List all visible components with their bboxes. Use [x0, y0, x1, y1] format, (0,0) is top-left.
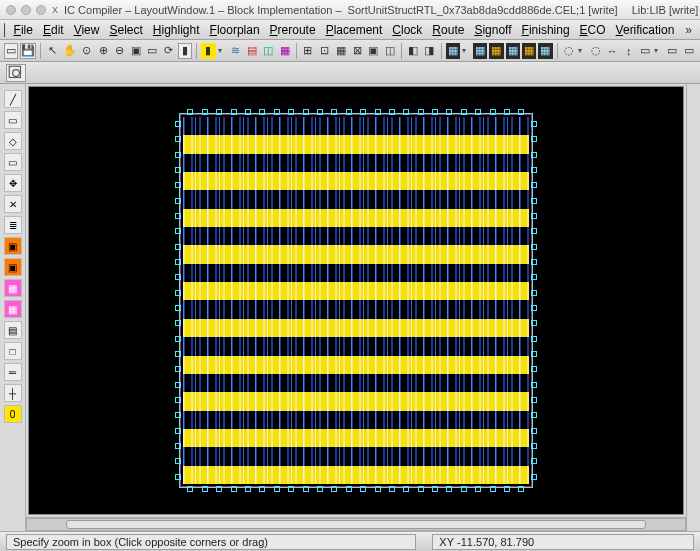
io-pin[interactable]: [531, 274, 537, 280]
io-pin[interactable]: [317, 109, 323, 115]
tool-ruler[interactable]: ╱: [4, 90, 22, 108]
snap-2[interactable]: ⊡: [317, 43, 331, 59]
io-pin[interactable]: [245, 109, 251, 115]
io-pin[interactable]: [303, 486, 309, 492]
cursor-tool[interactable]: ↖: [45, 43, 59, 59]
io-pin[interactable]: [175, 443, 181, 449]
tool-region1[interactable]: ▦: [4, 279, 22, 297]
subst[interactable]: ▤: [245, 43, 259, 59]
io-pin[interactable]: [175, 290, 181, 296]
io-pin[interactable]: [531, 443, 537, 449]
align-l[interactable]: ◧: [406, 43, 420, 59]
tool-rect[interactable]: ▭: [4, 111, 22, 129]
zoom-icon[interactable]: [36, 5, 46, 15]
io-pin[interactable]: [231, 109, 237, 115]
io-pin[interactable]: [360, 486, 366, 492]
io-pin[interactable]: [375, 109, 381, 115]
io-pin[interactable]: [245, 486, 251, 492]
menu-finishing[interactable]: Finishing: [517, 22, 575, 38]
zoom-in-tool[interactable]: ⊕: [96, 43, 110, 59]
net-route[interactable]: ≋: [228, 43, 242, 59]
io-pin[interactable]: [531, 412, 537, 418]
measure-tool[interactable]: ⊙: [80, 43, 94, 59]
io-pin[interactable]: [461, 109, 467, 115]
io-pin[interactable]: [531, 167, 537, 173]
tool-move[interactable]: ✥: [4, 174, 22, 192]
tool-track[interactable]: ═: [4, 363, 22, 381]
io-pin[interactable]: [518, 109, 524, 115]
io-pin[interactable]: [531, 382, 537, 388]
io-pin[interactable]: [231, 486, 237, 492]
grid-color[interactable]: ▦: [278, 43, 292, 59]
open-button[interactable]: ▭: [4, 43, 18, 59]
dropdown-icon[interactable]: ▾: [218, 46, 227, 55]
minimize-icon[interactable]: [21, 5, 31, 15]
io-pin[interactable]: [175, 336, 181, 342]
io-pin[interactable]: [175, 228, 181, 234]
io-pin[interactable]: [288, 486, 294, 492]
io-pin[interactable]: [418, 486, 424, 492]
io-pin[interactable]: [175, 198, 181, 204]
hand-tool[interactable]: ✋: [62, 43, 78, 59]
io-pin[interactable]: [531, 336, 537, 342]
dropdown-icon[interactable]: ▾: [462, 46, 471, 55]
menu-signoff[interactable]: Signoff: [469, 22, 516, 38]
misc-2[interactable]: ◌: [589, 43, 603, 59]
io-pin[interactable]: [531, 397, 537, 403]
io-pin[interactable]: [531, 458, 537, 464]
chip-layout-view[interactable]: [179, 113, 532, 489]
chip-6[interactable]: ▦: [538, 43, 552, 59]
zoom-box-tool[interactable]: ▭: [145, 43, 159, 59]
io-pin[interactable]: [331, 486, 337, 492]
io-pin[interactable]: [504, 109, 510, 115]
menu-select[interactable]: Select: [104, 22, 147, 38]
tool-fill1[interactable]: ▣: [4, 237, 22, 255]
io-pin[interactable]: [518, 486, 524, 492]
io-pin[interactable]: [175, 244, 181, 250]
io-pin[interactable]: [175, 351, 181, 357]
menu-verification[interactable]: Verification: [611, 22, 680, 38]
zoom-fit-tool[interactable]: ▣: [129, 43, 143, 59]
snap-4[interactable]: ⊠: [350, 43, 364, 59]
close-icon[interactable]: [6, 5, 16, 15]
io-pin[interactable]: [317, 486, 323, 492]
menu-clock[interactable]: Clock: [387, 22, 427, 38]
tool-plain[interactable]: □: [4, 342, 22, 360]
io-pin[interactable]: [288, 109, 294, 115]
io-pin[interactable]: [475, 486, 481, 492]
vertical-scrollbar[interactable]: [686, 84, 700, 531]
dropdown-icon[interactable]: ▾: [654, 46, 663, 55]
io-pin[interactable]: [531, 320, 537, 326]
menu-route[interactable]: Route: [427, 22, 469, 38]
tool-region2[interactable]: ▦: [4, 300, 22, 318]
menu-highlight[interactable]: Highlight: [148, 22, 205, 38]
io-pin[interactable]: [375, 486, 381, 492]
menu-edit[interactable]: Edit: [38, 22, 69, 38]
io-pin[interactable]: [175, 136, 181, 142]
io-pin[interactable]: [531, 290, 537, 296]
io-pin[interactable]: [432, 109, 438, 115]
io-pin[interactable]: [175, 213, 181, 219]
io-pin[interactable]: [175, 305, 181, 311]
io-pin[interactable]: [259, 109, 265, 115]
io-pin[interactable]: [331, 109, 337, 115]
io-pin[interactable]: [490, 109, 496, 115]
io-pin[interactable]: [389, 109, 395, 115]
io-pin[interactable]: [175, 382, 181, 388]
menu-view[interactable]: View: [69, 22, 105, 38]
menu-preroute[interactable]: Preroute: [265, 22, 321, 38]
layout-canvas[interactable]: [28, 86, 684, 515]
misc-6[interactable]: ▭: [665, 43, 679, 59]
misc-5[interactable]: ▭: [638, 43, 652, 59]
io-pin[interactable]: [531, 351, 537, 357]
io-pin[interactable]: [490, 486, 496, 492]
misc-3[interactable]: ↔: [605, 43, 619, 59]
chip-4[interactable]: ▦: [506, 43, 520, 59]
tool-via[interactable]: ┼: [4, 384, 22, 402]
io-pin[interactable]: [202, 109, 208, 115]
misc-1[interactable]: ◌: [562, 43, 576, 59]
layer-fill[interactable]: ▮: [201, 43, 215, 59]
tool-hatch[interactable]: ▤: [4, 321, 22, 339]
io-pin[interactable]: [216, 109, 222, 115]
horizontal-scrollbar[interactable]: [26, 517, 686, 531]
